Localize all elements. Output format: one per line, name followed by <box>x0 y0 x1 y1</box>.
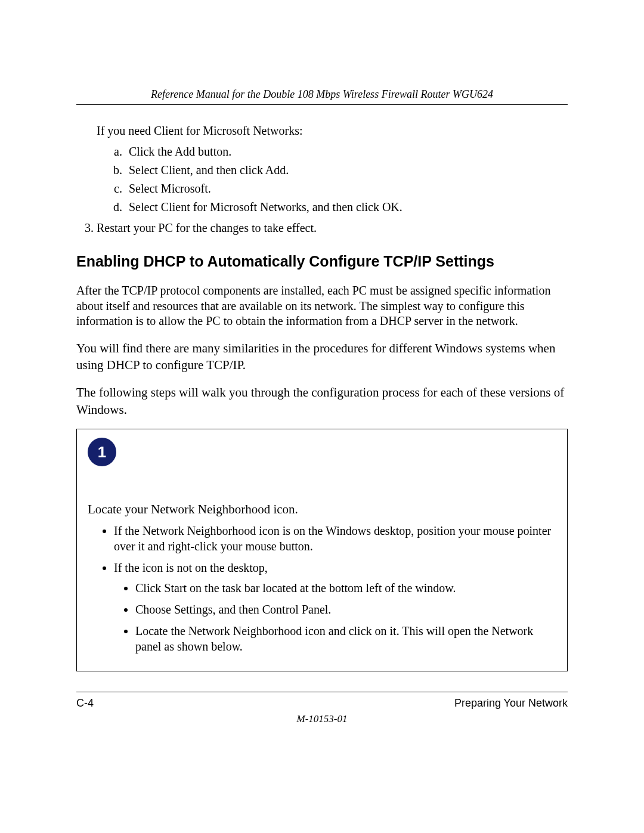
document-page: Reference Manual for the Double 108 Mbps… <box>0 0 644 761</box>
list-item: Click the Add button. <box>125 145 568 159</box>
list-item: Click Start on the task bar located at t… <box>135 580 556 596</box>
list-item: If the icon is not on the desktop, Click… <box>114 560 556 654</box>
list-item: Locate the Network Neighborhood icon and… <box>135 623 556 654</box>
body-paragraph: You will find there are many similaritie… <box>76 340 568 374</box>
list-item-text: If the icon is not on the desktop, <box>114 561 268 574</box>
sub-bullet-list: Click Start on the task bar located at t… <box>114 580 556 654</box>
list-item: Select Client for Microsoft Networks, an… <box>125 200 568 214</box>
document-id: M-10153-01 <box>76 713 568 725</box>
body-paragraph: After the TCP/IP protocol components are… <box>76 283 568 329</box>
list-item: Select Microsoft. <box>125 182 568 196</box>
page-number: C-4 <box>76 697 94 710</box>
footer-row: C-4 Preparing Your Network <box>76 697 568 710</box>
chapter-title: Preparing Your Network <box>454 697 568 710</box>
section-heading: Enabling DHCP to Automatically Configure… <box>76 253 568 270</box>
list-item: Restart your PC for the changes to take … <box>97 221 568 235</box>
step-intro: Locate your Network Neighborhood icon. <box>88 502 556 517</box>
running-header: Reference Manual for the Double 108 Mbps… <box>76 88 568 101</box>
list-item: Choose Settings, and then Control Panel. <box>135 602 556 617</box>
step-number-badge: 1 <box>88 438 116 466</box>
numbered-continue-list: Restart your PC for the changes to take … <box>76 221 568 235</box>
intro-lead: If you need Client for Microsoft Network… <box>97 124 568 138</box>
body-paragraph: The following steps will walk you throug… <box>76 384 568 418</box>
bullet-list: If the Network Neighborhood icon is on t… <box>88 523 556 654</box>
list-item: Select Client, and then click Add. <box>125 163 568 177</box>
letter-step-list: Click the Add button. Select Client, and… <box>97 145 568 214</box>
footer-rule <box>76 692 568 692</box>
step-box: 1 Locate your Network Neighborhood icon.… <box>76 429 568 671</box>
list-item: If the Network Neighborhood icon is on t… <box>114 523 556 554</box>
header-rule <box>76 104 568 105</box>
